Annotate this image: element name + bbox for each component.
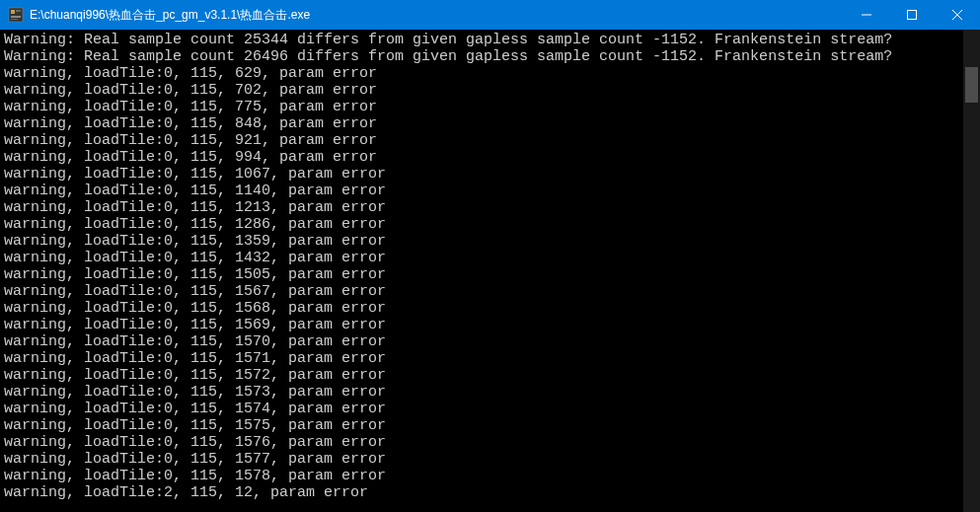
window-controls xyxy=(844,0,980,30)
app-icon xyxy=(8,7,24,23)
maximize-button[interactable] xyxy=(889,0,935,30)
console-line: warning, loadTile:0, 115, 629, param err… xyxy=(4,65,959,82)
console-window: E:\chuanqi996\热血合击_pc_gm_v3.1.1\热血合击.exe… xyxy=(0,0,980,512)
svg-rect-1 xyxy=(11,10,15,14)
console-line: warning, loadTile:0, 115, 1573, param er… xyxy=(4,384,959,401)
console-line: warning, loadTile:0, 115, 994, param err… xyxy=(4,149,959,166)
console-line: warning, loadTile:0, 115, 1570, param er… xyxy=(4,333,959,350)
svg-rect-2 xyxy=(16,10,21,12)
console-line: Warning: Real sample count 25344 differs… xyxy=(4,32,959,48)
console-line: warning, loadTile:0, 115, 1505, param er… xyxy=(4,266,959,283)
console-line: warning, loadTile:0, 115, 1574, param er… xyxy=(4,401,959,417)
console-line: warning, loadTile:0, 115, 1577, param er… xyxy=(4,451,959,468)
console-line: warning, loadTile:0, 115, 1569, param er… xyxy=(4,317,959,333)
console-line: warning, loadTile:0, 115, 1213, param er… xyxy=(4,199,959,216)
console-line: warning, loadTile:0, 115, 1432, param er… xyxy=(4,250,959,266)
close-button[interactable] xyxy=(935,0,980,30)
titlebar-left: E:\chuanqi996\热血合击_pc_gm_v3.1.1\热血合击.exe xyxy=(8,7,310,24)
console-line: warning, loadTile:0, 115, 1286, param er… xyxy=(4,216,959,233)
svg-rect-3 xyxy=(11,16,21,18)
svg-rect-4 xyxy=(11,19,18,20)
console-output[interactable]: Warning: Real sample count 25344 differs… xyxy=(0,30,963,512)
minimize-button[interactable] xyxy=(844,0,889,30)
svg-rect-6 xyxy=(908,11,917,20)
scrollbar-vertical[interactable] xyxy=(963,30,980,512)
console-line: warning, loadTile:0, 115, 1575, param er… xyxy=(4,417,959,434)
window-title: E:\chuanqi996\热血合击_pc_gm_v3.1.1\热血合击.exe xyxy=(30,7,310,24)
console-line: warning, loadTile:0, 115, 775, param err… xyxy=(4,99,959,115)
console-line: warning, loadTile:0, 115, 1140, param er… xyxy=(4,183,959,199)
console-line: warning, loadTile:2, 115, 12, param erro… xyxy=(4,484,959,501)
console-line: warning, loadTile:0, 115, 1067, param er… xyxy=(4,166,959,183)
console-line: warning, loadTile:0, 115, 1568, param er… xyxy=(4,300,959,317)
titlebar[interactable]: E:\chuanqi996\热血合击_pc_gm_v3.1.1\热血合击.exe xyxy=(0,0,980,30)
console-line: warning, loadTile:0, 115, 1567, param er… xyxy=(4,283,959,300)
console-line: warning, loadTile:0, 115, 1572, param er… xyxy=(4,367,959,384)
console-line: warning, loadTile:0, 115, 1571, param er… xyxy=(4,350,959,367)
scrollbar-thumb[interactable] xyxy=(965,67,978,103)
console-area: Warning: Real sample count 25344 differs… xyxy=(0,30,980,512)
console-line: warning, loadTile:0, 115, 702, param err… xyxy=(4,82,959,99)
console-line: warning, loadTile:0, 115, 1359, param er… xyxy=(4,233,959,250)
console-line: warning, loadTile:0, 115, 1578, param er… xyxy=(4,468,959,484)
console-line: warning, loadTile:0, 115, 921, param err… xyxy=(4,132,959,149)
console-line: Warning: Real sample count 26496 differs… xyxy=(4,48,959,65)
console-line: warning, loadTile:0, 115, 848, param err… xyxy=(4,115,959,132)
console-line: warning, loadTile:0, 115, 1576, param er… xyxy=(4,434,959,451)
